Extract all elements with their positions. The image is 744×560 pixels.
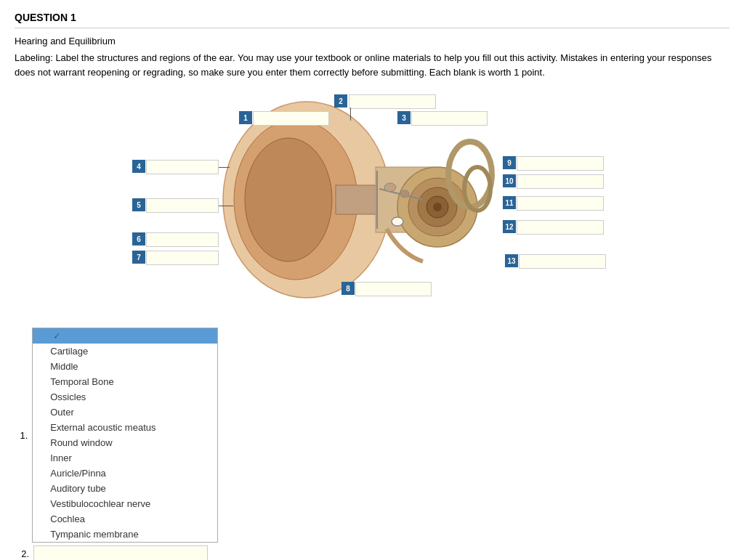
badge-3: 3 bbox=[397, 111, 411, 124]
ear-svg bbox=[190, 94, 496, 305]
label-input-12[interactable] bbox=[517, 220, 604, 235]
label-input-13[interactable] bbox=[519, 254, 606, 269]
subtitle: Hearing and Equilibrium bbox=[15, 36, 729, 46]
dropdown-item-vestibulocochlear[interactable]: Vestibulocochlear nerve bbox=[33, 496, 217, 511]
badge-9: 9 bbox=[503, 156, 516, 169]
question-row-2: 2. bbox=[15, 545, 218, 560]
svg-point-2 bbox=[245, 138, 332, 261]
label-input-7[interactable] bbox=[146, 251, 219, 265]
answer-input-2[interactable] bbox=[33, 545, 208, 560]
badge-13: 13 bbox=[505, 254, 518, 267]
badge-7: 7 bbox=[132, 251, 145, 264]
question-title: QUESTION 1 bbox=[15, 12, 76, 23]
dropdown-item-ossicles[interactable]: Ossicles bbox=[33, 389, 217, 405]
line-5 bbox=[219, 206, 233, 206]
dropdown-open[interactable]: ✓ Cartilage Middle Temporal Bone Ossicle… bbox=[32, 328, 218, 543]
instructions: Labeling: Label the structures and regio… bbox=[15, 51, 729, 79]
q-num-2: 2. bbox=[15, 548, 29, 559]
badge-11: 11 bbox=[503, 196, 516, 209]
dropdown-item-cochlea[interactable]: Cochlea bbox=[33, 511, 217, 527]
badge-1: 1 bbox=[239, 111, 252, 124]
badge-12: 12 bbox=[503, 220, 516, 233]
other-questions: 2. 3. 4. 5. 6. bbox=[15, 545, 218, 560]
question-header: QUESTION 1 bbox=[15, 12, 729, 28]
question-num-1: 1. bbox=[15, 430, 28, 441]
diagram-container: 2 1 3 4 9 10 11 5 12 6 7 bbox=[110, 91, 634, 316]
question-row-1: 1. ✓ Cartilage Middle Temporal Bone Ossi… bbox=[15, 328, 218, 543]
svg-rect-3 bbox=[336, 185, 379, 214]
dropdown-item-selected[interactable]: ✓ bbox=[33, 328, 217, 344]
label-input-8[interactable] bbox=[355, 282, 432, 296]
badge-5: 5 bbox=[132, 198, 145, 211]
label-input-5[interactable] bbox=[146, 198, 219, 213]
svg-point-15 bbox=[400, 190, 409, 198]
label-input-2[interactable] bbox=[349, 94, 436, 109]
svg-point-14 bbox=[384, 183, 396, 192]
label-input-9[interactable] bbox=[517, 156, 604, 171]
svg-point-9 bbox=[433, 203, 442, 211]
dropdown-item-temporal-bone[interactable]: Temporal Bone bbox=[33, 374, 217, 389]
dropdown-item-inner[interactable]: Inner bbox=[33, 450, 217, 466]
questions-section: 1. ✓ Cartilage Middle Temporal Bone Ossi… bbox=[15, 328, 729, 560]
svg-point-16 bbox=[392, 217, 403, 226]
dropdown-item-middle[interactable]: Middle bbox=[33, 359, 217, 374]
page: QUESTION 1 Hearing and Equilibrium Label… bbox=[0, 0, 744, 560]
label-input-3[interactable] bbox=[411, 111, 488, 126]
label-input-1[interactable] bbox=[253, 111, 329, 126]
dropdown-item-round-window[interactable]: Round window bbox=[33, 435, 217, 450]
label-input-11[interactable] bbox=[517, 196, 604, 211]
badge-10: 10 bbox=[503, 174, 516, 187]
dropdown-item-outer[interactable]: Outer bbox=[33, 405, 217, 420]
dropdown-item-cartilage[interactable]: Cartilage bbox=[33, 344, 217, 359]
badge-4: 4 bbox=[132, 160, 145, 173]
line-2 bbox=[350, 107, 351, 121]
label-input-6[interactable] bbox=[146, 232, 219, 247]
line-4 bbox=[219, 167, 230, 168]
badge-8: 8 bbox=[341, 282, 355, 295]
dropdown-item-auricle[interactable]: Auricle/Pinna bbox=[33, 466, 217, 481]
label-input-4[interactable] bbox=[146, 160, 219, 174]
check-icon: ✓ bbox=[53, 330, 61, 341]
dropdown-item-tympanic[interactable]: Tympanic membrane bbox=[33, 527, 217, 542]
dropdown-item-auditory-tube[interactable]: Auditory tube bbox=[33, 481, 217, 496]
dropdown-item-external-acoustic[interactable]: External acoustic meatus bbox=[33, 420, 217, 435]
badge-6: 6 bbox=[132, 232, 145, 245]
dropdown-column: 1. ✓ Cartilage Middle Temporal Bone Ossi… bbox=[15, 328, 218, 560]
badge-2: 2 bbox=[334, 94, 347, 107]
label-input-10[interactable] bbox=[517, 174, 604, 189]
